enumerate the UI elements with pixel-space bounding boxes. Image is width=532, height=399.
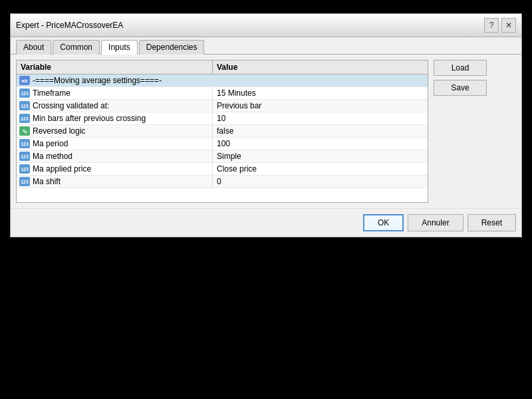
table-row[interactable]: ab -====Moving average settings====-	[17, 74, 428, 87]
table-row[interactable]: ∿ Reversed logic false	[17, 125, 428, 138]
row-icon-123: 123	[19, 164, 30, 174]
table-body[interactable]: ab -====Moving average settings====- 123…	[17, 74, 428, 202]
row-value: 15 Minutes	[213, 87, 428, 99]
window-title: Expert - PriceMACrossoverEA	[16, 21, 123, 30]
row-variable: 123 Timeframe	[17, 87, 213, 99]
row-icon-123: 123	[19, 114, 30, 123]
tab-inputs[interactable]: Inputs	[101, 40, 138, 55]
tab-dependencies[interactable]: Dependencies	[139, 40, 205, 55]
table-row[interactable]: 123 Ma period 100	[17, 138, 428, 150]
row-icon-123: 123	[19, 101, 30, 110]
row-variable: ab -====Moving average settings====-	[17, 74, 213, 86]
row-variable: 123 Ma method	[17, 150, 213, 162]
table-row[interactable]: 123 Crossing validated at: Previous bar	[17, 100, 428, 112]
header-variable: Variable	[17, 61, 213, 74]
side-buttons: Load Save	[434, 60, 487, 96]
row-value: Previous bar	[213, 100, 428, 112]
row-variable: ∿ Reversed logic	[17, 125, 213, 137]
row-value: Close price	[213, 163, 428, 175]
row-value: 10	[213, 112, 428, 124]
table-row[interactable]: 123 Ma shift 0	[17, 176, 428, 188]
tabs-bar: About Common Inputs Dependencies	[11, 37, 521, 55]
table-row[interactable]: 123 Min bars after previous crossing 10	[17, 112, 428, 125]
row-icon-123: 123	[19, 177, 30, 186]
row-icon-123: 123	[19, 152, 30, 161]
row-icon-123: 123	[19, 88, 30, 98]
row-variable: 123 Ma shift	[17, 176, 213, 188]
row-variable: 123 Min bars after previous crossing	[17, 112, 213, 124]
row-value: Simple	[213, 150, 428, 162]
bottom-bar: OK Annuler Reset	[11, 208, 521, 237]
variables-table: Variable Value ab -====Moving average se…	[16, 60, 428, 203]
row-icon-header: ab	[19, 76, 30, 85]
header-value: Value	[213, 61, 428, 74]
annuler-button[interactable]: Annuler	[408, 214, 463, 231]
row-variable: 123 Ma applied price	[17, 163, 213, 175]
row-value: false	[213, 125, 428, 137]
table-header: Variable Value	[17, 61, 428, 74]
help-button[interactable]: ?	[484, 18, 499, 33]
row-variable: 123 Crossing validated at:	[17, 100, 213, 112]
row-value: 0	[213, 176, 428, 188]
row-value: 100	[213, 138, 428, 150]
row-value	[213, 74, 428, 86]
main-window: Expert - PriceMACrossoverEA ? ✕ About Co…	[10, 13, 522, 237]
content-area: Variable Value ab -====Moving average se…	[11, 55, 521, 208]
tab-common[interactable]: Common	[53, 40, 100, 55]
title-bar: Expert - PriceMACrossoverEA ? ✕	[11, 14, 521, 37]
table-row[interactable]: 123 Ma method Simple	[17, 150, 428, 163]
row-icon-123: 123	[19, 139, 30, 148]
reset-button[interactable]: Reset	[467, 214, 516, 231]
tab-about[interactable]: About	[16, 40, 51, 55]
close-button[interactable]: ✕	[501, 18, 516, 33]
table-row[interactable]: 123 Timeframe 15 Minutes	[17, 87, 428, 100]
load-button[interactable]: Load	[434, 60, 487, 76]
title-bar-controls: ? ✕	[484, 18, 516, 33]
row-icon-chart: ∿	[19, 126, 30, 136]
row-variable: 123 Ma period	[17, 138, 213, 150]
save-button[interactable]: Save	[434, 80, 487, 96]
table-row[interactable]: 123 Ma applied price Close price	[17, 163, 428, 176]
ok-button[interactable]: OK	[363, 214, 404, 231]
